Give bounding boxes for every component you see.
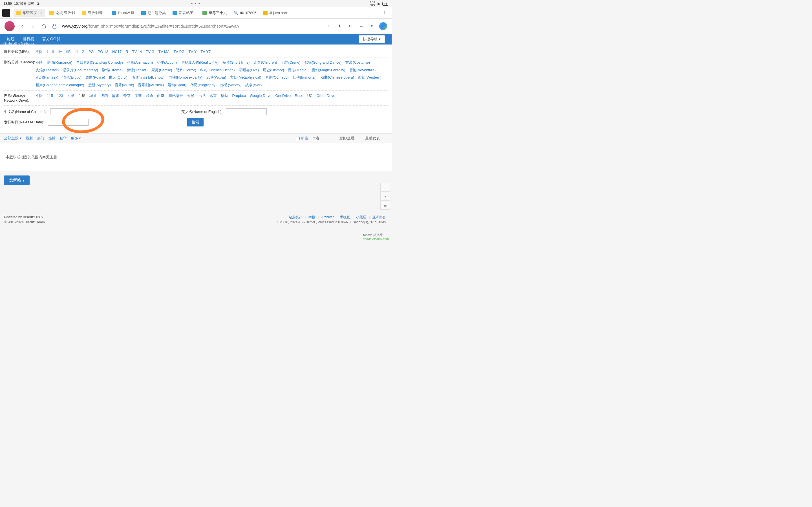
- filter-option[interactable]: 迅雷: [209, 93, 217, 99]
- filter-option[interactable]: 犯罪(Crime): [281, 60, 301, 66]
- filter-option[interactable]: 百度: [78, 93, 86, 99]
- filter-option[interactable]: 儿童(Children): [253, 60, 277, 66]
- tab-9[interactable]: Ji juen san: [260, 9, 290, 17]
- filter-option[interactable]: 传记(Biography): [190, 82, 216, 88]
- filter-option[interactable]: 魔法(Magic): [288, 67, 307, 73]
- filter-option[interactable]: G: [82, 49, 85, 55]
- reload-button[interactable]: ↻: [347, 23, 353, 29]
- filter-option[interactable]: III: [75, 49, 78, 55]
- tab-3[interactable]: 亚洲影音 -: [79, 9, 108, 17]
- filter-option[interactable]: TV-MA: [158, 49, 170, 55]
- filter-option[interactable]: TV-G: [146, 49, 154, 55]
- filter-option[interactable]: 综艺(Variety): [220, 82, 241, 88]
- copilot-icon[interactable]: [379, 22, 387, 30]
- tab-5[interactable]: 把主题分类: [139, 9, 168, 17]
- filter-hotpost[interactable]: 热帖: [48, 136, 56, 141]
- filter-option[interactable]: 运动(Sport): [168, 82, 186, 88]
- forward-button[interactable]: [30, 23, 36, 29]
- filter-option[interactable]: UC: [307, 93, 313, 99]
- filter-latest[interactable]: 最新: [26, 136, 33, 141]
- filter-option[interactable]: 武侠(Wuxia): [206, 75, 226, 80]
- tab-6[interactable]: 发表帖子 -: [170, 9, 199, 17]
- filter-option[interactable]: 玄幻(Metaphysical): [230, 75, 261, 80]
- footer-link[interactable]: 手机版: [340, 215, 350, 219]
- nav-forum[interactable]: 论坛: [7, 37, 15, 42]
- filter-option[interactable]: 古装(Costume): [345, 60, 370, 66]
- filter-option[interactable]: 谈话节目(Talk show): [132, 75, 165, 80]
- filter-option[interactable]: Other Drive: [316, 93, 335, 99]
- filter-option[interactable]: 音乐剧(Musical): [138, 82, 164, 88]
- filter-essence[interactable]: 精华: [59, 136, 67, 141]
- filter-option[interactable]: 腾讯微云: [168, 93, 183, 99]
- filter-option[interactable]: 动画(Animation): [127, 60, 153, 66]
- profile-avatar[interactable]: [4, 21, 15, 31]
- filter-option[interactable]: 飞猫: [101, 93, 108, 99]
- filter-option[interactable]: 坚果: [112, 93, 119, 99]
- tab-8[interactable]: 🔍tt0107806: [231, 9, 259, 17]
- filter-option[interactable]: 不限: [36, 49, 43, 55]
- footer-link[interactable]: 小黑屋: [356, 215, 366, 219]
- filter-option[interactable]: 恐怖(Horror): [176, 67, 196, 73]
- filter-option[interactable]: 动作(Action): [157, 60, 177, 66]
- new-tab-button[interactable]: +: [380, 9, 389, 17]
- share-button[interactable]: ⫘: [358, 23, 364, 29]
- filter-option[interactable]: 魔幻(Magic-Fantasy): [312, 67, 345, 73]
- tab-4[interactable]: Discuz! 服: [109, 9, 137, 17]
- filter-option[interactable]: 夸克: [123, 93, 131, 99]
- filter-option[interactable]: 记录片(Documentary): [63, 67, 98, 73]
- filter-option[interactable]: 不限: [36, 93, 43, 99]
- home-button[interactable]: [41, 23, 47, 29]
- filter-option[interactable]: 喜剧(Comedy): [265, 75, 289, 80]
- cn-name-input[interactable]: [50, 108, 91, 115]
- filter-option[interactable]: Rose: [295, 93, 303, 99]
- release-date-input[interactable]: [48, 119, 89, 126]
- filter-option[interactable]: R: [125, 49, 128, 55]
- filter-option[interactable]: 不限: [36, 60, 43, 66]
- footer-link[interactable]: 站点统计: [289, 215, 302, 219]
- filter-option[interactable]: 历史(History): [263, 67, 284, 73]
- filter-option[interactable]: 天翼: [187, 93, 194, 99]
- filter-option[interactable]: IIB: [66, 49, 71, 55]
- new-window-toggle[interactable]: 新窗: [296, 136, 308, 141]
- filter-option[interactable]: PG-13: [98, 49, 108, 55]
- filter-option[interactable]: 惊悚(Thriller): [126, 67, 147, 73]
- filter-option[interactable]: 警匪(Police): [86, 75, 105, 80]
- filter-option[interactable]: 短片(Short films): [222, 60, 250, 66]
- search-button[interactable]: 搜索: [187, 118, 204, 126]
- url-input[interactable]: www.yzyy.org/forum.php?mod=forumdisplay&…: [62, 24, 321, 29]
- filter-option[interactable]: 悬疑(Mystery): [88, 82, 111, 88]
- close-icon[interactable]: ×: [40, 11, 43, 15]
- footer-link[interactable]: Archiver: [321, 215, 334, 219]
- filter-option[interactable]: 情色(Erotic): [62, 75, 82, 80]
- filter-option[interactable]: 戏曲(Chinese opera): [320, 75, 354, 80]
- filter-option[interactable]: 仙侠(Immortal): [293, 75, 317, 80]
- filter-option[interactable]: TV-Y: [188, 49, 197, 55]
- new-post-button[interactable]: 发新帖 ▾: [4, 175, 30, 185]
- filter-option[interactable]: 西部(Western): [358, 75, 382, 80]
- filter-option[interactable]: TV-PG: [173, 49, 185, 55]
- filter-option[interactable]: 单口喜剧(Stand-up Comedy): [76, 60, 123, 66]
- nav-rank[interactable]: 排行榜: [22, 37, 35, 42]
- filter-all-threads[interactable]: 全部主题 ▾: [4, 136, 22, 141]
- filter-option[interactable]: PG: [89, 49, 94, 55]
- tab-2[interactable]: 论坛-亚洲影: [47, 9, 78, 17]
- footer-link[interactable]: 举报: [308, 215, 315, 219]
- filter-option[interactable]: 战争(War): [245, 82, 262, 88]
- filter-option[interactable]: 蓝奏: [135, 93, 142, 99]
- filter-option[interactable]: 城通: [89, 93, 97, 99]
- filter-option[interactable]: 迅飞: [198, 93, 206, 99]
- filter-option[interactable]: TV-14: [132, 49, 142, 55]
- filter-option[interactable]: Google Drive: [250, 93, 271, 99]
- quick-nav-button[interactable]: 快捷导航 ▾: [359, 35, 385, 43]
- filter-option[interactable]: NC17: [112, 49, 121, 55]
- back-button[interactable]: [19, 23, 26, 29]
- filter-option[interactable]: 曲奇: [157, 93, 164, 99]
- filter-option[interactable]: 电视真人秀(Reality-TV): [181, 60, 218, 66]
- filter-option[interactable]: 音乐(Music): [115, 82, 134, 88]
- filter-option[interactable]: 联通: [146, 93, 153, 99]
- filter-hot[interactable]: 热门: [37, 136, 44, 141]
- filter-option[interactable]: 曲艺(Qu yi): [109, 75, 128, 80]
- side-nav-first[interactable]: ◂: [380, 192, 390, 201]
- scroll-top-button[interactable]: ↑: [380, 183, 390, 191]
- menu-button[interactable]: ≡: [368, 23, 375, 29]
